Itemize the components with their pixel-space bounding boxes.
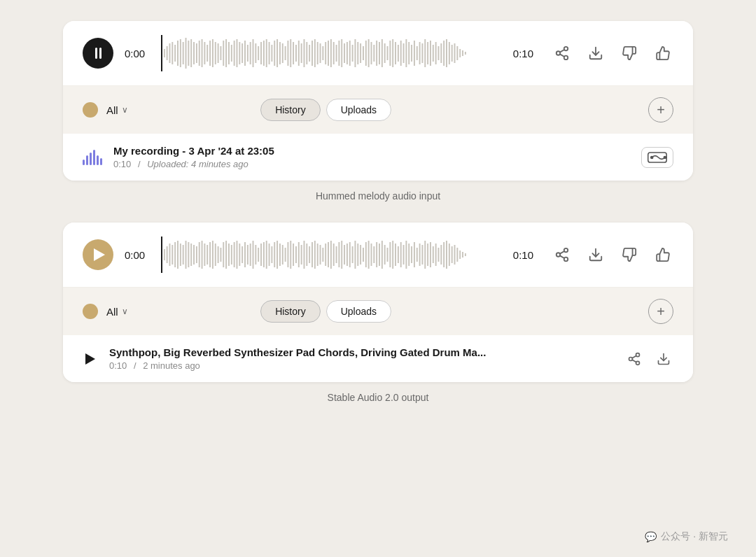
svg-point-121 xyxy=(651,156,653,158)
svg-rect-132 xyxy=(186,241,187,269)
plus-icon-1: + xyxy=(657,102,665,118)
svg-rect-89 xyxy=(400,41,402,66)
svg-rect-96 xyxy=(419,42,421,64)
play-button-2[interactable] xyxy=(83,239,113,270)
svg-rect-106 xyxy=(446,39,447,67)
track-download-button-2[interactable] xyxy=(654,349,673,369)
svg-rect-87 xyxy=(395,42,396,64)
tab-uploads-2[interactable]: Uploads xyxy=(326,300,391,323)
like-button-2[interactable] xyxy=(652,244,673,265)
tab-history-1[interactable]: History xyxy=(260,99,321,121)
svg-rect-105 xyxy=(443,41,444,66)
svg-line-240 xyxy=(560,255,564,258)
dislike-button-1[interactable] xyxy=(619,43,640,64)
svg-rect-221 xyxy=(424,241,426,269)
svg-rect-76 xyxy=(365,41,367,66)
svg-rect-198 xyxy=(363,248,364,262)
svg-rect-73 xyxy=(357,42,358,64)
svg-rect-9 xyxy=(186,38,187,69)
share-icon-1 xyxy=(554,45,570,61)
svg-rect-138 xyxy=(202,241,203,269)
svg-rect-227 xyxy=(440,245,442,265)
section-1: 0:00 xyxy=(63,21,693,216)
dislike-button-2[interactable] xyxy=(619,244,640,265)
route-icon-1 xyxy=(648,151,667,164)
share-button-1[interactable] xyxy=(552,43,573,64)
svg-rect-58 xyxy=(317,42,318,64)
track-share-button-2[interactable] xyxy=(624,349,644,369)
add-button-2[interactable]: + xyxy=(648,299,673,324)
waveform-needle-1 xyxy=(161,35,162,71)
svg-rect-110 xyxy=(456,46,458,60)
svg-rect-195 xyxy=(354,241,356,269)
svg-line-118 xyxy=(560,50,564,52)
svg-rect-144 xyxy=(218,246,219,263)
track-actions-2 xyxy=(624,349,673,369)
waveform-1[interactable] xyxy=(161,36,497,70)
svg-rect-55 xyxy=(309,45,310,62)
svg-rect-162 xyxy=(266,241,267,269)
svg-rect-167 xyxy=(279,244,281,266)
svg-rect-194 xyxy=(352,246,354,263)
svg-rect-1 xyxy=(164,49,165,57)
svg-rect-17 xyxy=(206,45,208,62)
tab-history-2[interactable]: History xyxy=(260,300,321,323)
svg-rect-27 xyxy=(234,41,235,66)
svg-rect-224 xyxy=(433,246,434,263)
track-info-2: Synthpop, Big Reverbed Synthesizer Pad C… xyxy=(109,346,613,371)
chevron-down-icon-2: ∨ xyxy=(122,306,128,316)
svg-rect-188 xyxy=(336,246,337,263)
svg-rect-37 xyxy=(260,42,262,64)
svg-rect-180 xyxy=(314,241,316,269)
svg-rect-218 xyxy=(416,248,418,262)
svg-rect-79 xyxy=(373,45,374,62)
play-icon-2 xyxy=(94,248,105,261)
svg-rect-5 xyxy=(174,45,176,62)
svg-rect-152 xyxy=(239,244,240,266)
svg-rect-172 xyxy=(293,244,294,266)
all-dropdown-1[interactable]: All ∨ xyxy=(106,104,128,116)
svg-rect-168 xyxy=(282,245,284,265)
route-button-1[interactable] xyxy=(641,147,673,168)
library-row-2: All ∨ History Uploads + xyxy=(63,288,693,335)
svg-rect-85 xyxy=(389,41,391,66)
svg-rect-170 xyxy=(287,242,288,267)
svg-rect-103 xyxy=(438,46,440,60)
svg-rect-101 xyxy=(433,45,434,62)
svg-rect-52 xyxy=(301,43,302,63)
svg-rect-208 xyxy=(389,242,391,267)
svg-rect-33 xyxy=(250,42,251,64)
svg-rect-140 xyxy=(206,245,208,265)
track-meta-2: 0:10 / 2 minutes ago xyxy=(109,360,613,371)
svg-line-117 xyxy=(560,54,564,57)
share-button-2[interactable] xyxy=(552,244,573,265)
svg-rect-185 xyxy=(328,242,329,267)
svg-rect-94 xyxy=(414,41,415,66)
like-button-1[interactable] xyxy=(652,43,673,64)
svg-rect-102 xyxy=(435,42,437,64)
svg-rect-47 xyxy=(287,41,288,66)
track-download-icon-2 xyxy=(657,352,671,366)
waveform-2[interactable] xyxy=(161,238,497,272)
svg-rect-219 xyxy=(419,244,421,266)
track-item-2: Synthpop, Big Reverbed Synthesizer Pad C… xyxy=(63,335,693,382)
download-button-2[interactable] xyxy=(585,244,606,265)
track-play-icon-2 xyxy=(83,351,98,367)
download-button-1[interactable] xyxy=(585,43,606,64)
section-2: 0:00 xyxy=(63,223,693,417)
waveform-needle-2 xyxy=(161,237,162,273)
svg-rect-88 xyxy=(398,45,399,62)
svg-rect-203 xyxy=(376,242,377,267)
svg-rect-75 xyxy=(363,46,364,60)
svg-rect-220 xyxy=(421,245,423,265)
svg-rect-26 xyxy=(231,45,232,62)
track-item-1: My recording - 3 Apr '24 at 23:05 0:10 /… xyxy=(63,134,693,181)
svg-rect-141 xyxy=(209,242,211,267)
pause-button-1[interactable] xyxy=(83,38,113,69)
all-dropdown-2[interactable]: All ∨ xyxy=(106,306,128,318)
svg-rect-113 xyxy=(465,52,466,55)
card-1: 0:00 xyxy=(63,21,693,181)
svg-rect-59 xyxy=(320,43,321,63)
tab-uploads-1[interactable]: Uploads xyxy=(326,99,391,121)
add-button-1[interactable]: + xyxy=(648,97,673,122)
